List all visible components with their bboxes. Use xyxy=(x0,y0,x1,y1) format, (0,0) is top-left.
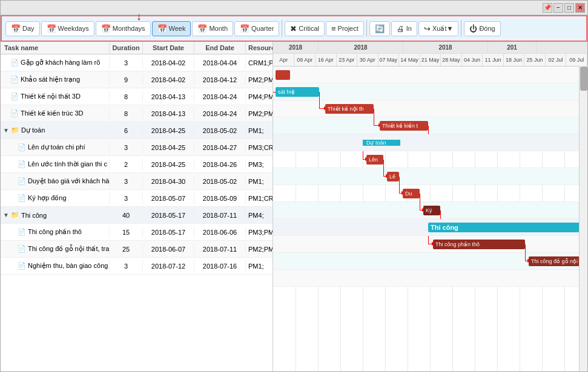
maximize-button[interactable]: □ xyxy=(564,3,574,13)
minimize-button[interactable]: − xyxy=(553,3,563,13)
doc-icon: 📄 xyxy=(10,93,19,100)
table-row: ▼📁Thi công 40 2018-05-17 2018-07-11 PM4; xyxy=(1,207,273,224)
task-name-cell: 📄Gặp gỡ khách hàng làm rõ xyxy=(1,57,110,68)
gantt-bar[interactable]: sát hiệ xyxy=(276,87,319,97)
task-name-cell: 📄Thiết kế kiến trúc 3D xyxy=(1,108,110,119)
week-cell: 04 Jun xyxy=(462,54,483,66)
task-name-cell: 📄Ký hợp đồng xyxy=(1,192,110,204)
task-name-cell: 📄Duyệt báo giá với khách hà xyxy=(1,175,110,187)
gantt-row: ▶ Thi công đồ gỗ nội thất, trang trí nội… xyxy=(273,253,587,270)
connector-v xyxy=(525,253,526,261)
dur-cell: 8 xyxy=(110,91,143,102)
week-cell: 14 May xyxy=(399,54,420,66)
res-cell: PM3;CRM4 xyxy=(246,142,273,153)
gantt-bar-thi-cong[interactable]: Thi công xyxy=(428,223,587,232)
task-name-cell: 📄Thi công phần thô xyxy=(1,226,110,238)
task-name-cell: 📄Thi công đồ gỗ nội thất, tran xyxy=(1,243,110,255)
pin-button[interactable]: 📌 xyxy=(543,3,552,13)
refresh-button[interactable]: 🔄 xyxy=(369,21,390,36)
timeline-year-row: 2018 2018 2018 201 xyxy=(273,42,587,54)
task-name-cell: 📄Khảo sát hiện trạng xyxy=(1,74,110,85)
doc-icon: 📄 xyxy=(10,59,19,67)
week-cell: 28 May xyxy=(441,54,462,66)
dur-cell: 3 xyxy=(110,193,143,204)
end-cell: 2018-05-02 xyxy=(194,125,246,136)
connector-v xyxy=(420,202,420,210)
collapse-icon[interactable]: ▼ xyxy=(3,127,9,134)
gantt-bar[interactable]: Ký xyxy=(423,206,440,215)
doc-icon: 📄 xyxy=(18,160,26,168)
week-cell: 18 Jun xyxy=(504,54,525,66)
close-button[interactable]: ✕ xyxy=(575,3,585,13)
gantt-row: ▶ Du xyxy=(273,185,587,202)
project-icon: ≡ xyxy=(331,24,336,33)
scrollbar-thumb[interactable] xyxy=(580,67,587,91)
res-cell: PM4;PM2 xyxy=(246,91,273,102)
col-header-end: End Date xyxy=(194,42,246,54)
res-cell: PM2;PM4;PM xyxy=(246,244,273,255)
month-button[interactable]: 📅 Month xyxy=(192,21,233,36)
week-cell: 21 May xyxy=(420,54,441,66)
timeline-week-row: Apr 09 Apr 16 Apr 23 Apr 30 Apr 07 May 1… xyxy=(273,54,587,66)
end-cell: 2018-04-24 xyxy=(194,108,246,119)
quarter-button[interactable]: 📅 Quarter xyxy=(234,21,279,36)
dur-cell: 3 xyxy=(110,142,143,153)
gantt-bar-thi-cong-phan-tho[interactable]: Thi công phần thô xyxy=(433,240,525,249)
gantt-bar[interactable]: Lên xyxy=(366,155,383,165)
table-row: 📄Nghiệm thu, bàn giao công trì 3 2018-07… xyxy=(1,258,273,275)
print-icon: 🖨 xyxy=(397,24,405,33)
res-cell: PM1; xyxy=(246,261,273,272)
gantt-bar[interactable] xyxy=(276,70,290,80)
main-content: Task name Duration Start Date End Date R… xyxy=(1,42,587,371)
doc-icon: 📄 xyxy=(18,177,26,185)
export-button[interactable]: ↪ Xuất▼ xyxy=(418,21,458,36)
table-row: 📄Gặp gỡ khách hàng làm rõ 3 2018-04-02 2… xyxy=(1,54,273,71)
close-proj-button[interactable]: ⏻ Đóng xyxy=(464,21,500,36)
end-cell: 2018-04-04 xyxy=(194,57,246,68)
weekdays-button[interactable]: 📅 Weekdays xyxy=(41,21,94,36)
res-cell: PM1; xyxy=(246,125,273,136)
res-cell: PM2;PM3 xyxy=(246,74,273,85)
main-window: 📌 − □ ✕ ↓ 📅 Day 📅 Weekdays 📅 Monthdays 📅… xyxy=(0,0,588,372)
dur-cell: 3 xyxy=(110,57,143,68)
col-header-resource: Resource xyxy=(246,42,273,54)
week-cell: 07 May xyxy=(378,54,400,66)
calendar-icon4: 📅 xyxy=(157,24,167,33)
connector-v xyxy=(319,100,320,109)
monthdays-button[interactable]: 📅 Monthdays xyxy=(96,21,151,36)
gantt-bar[interactable]: Du xyxy=(403,189,420,198)
week-button[interactable]: 📅 Week xyxy=(152,21,191,36)
vertical-scrollbar[interactable] xyxy=(579,66,587,371)
year-cell: 201 xyxy=(488,42,537,53)
sep2 xyxy=(366,20,367,37)
table-row: ▼📁Dự toán 6 2018-04-25 2018-05-02 PM1; xyxy=(1,122,273,139)
gantt-bar-group[interactable]: Dự toán xyxy=(363,140,400,146)
critical-button[interactable]: ✖ Critical xyxy=(285,21,325,36)
table-row: 📄Khảo sát hiện trạng 9 2018-04-02 2018-0… xyxy=(1,71,273,88)
project-button[interactable]: ≡ Project xyxy=(326,21,364,36)
collapse-icon2[interactable]: ▼ xyxy=(3,212,9,218)
start-cell: 2018-06-07 xyxy=(143,244,194,255)
gantt-row: Thi công xyxy=(273,219,587,236)
gantt-bar[interactable]: Thiết kế nội th xyxy=(325,104,374,114)
doc-icon: 📄 xyxy=(18,245,26,253)
task-name-cell: ▼📁Thi công xyxy=(1,209,110,221)
print-button[interactable]: 🖨 In xyxy=(391,21,417,36)
start-cell: 2018-04-02 xyxy=(143,74,194,85)
table-row: 📄Thi công đồ gỗ nội thất, tran 25 2018-0… xyxy=(1,241,273,258)
task-name-cell: 📄Lên ước tính thời gian thi c xyxy=(1,158,110,170)
table-row: 📄Thi công phần thô 15 2018-05-17 2018-06… xyxy=(1,224,273,241)
start-cell: 2018-04-25 xyxy=(143,125,194,136)
day-button[interactable]: 📅 Day xyxy=(5,21,40,36)
task-list-panel: Task name Duration Start Date End Date R… xyxy=(1,42,273,371)
end-cell: 2018-04-12 xyxy=(194,74,246,85)
task-name-cell: 📄Thiết kế nội thất 3D xyxy=(1,91,110,102)
column-headers: Task name Duration Start Date End Date R… xyxy=(1,42,273,54)
gantt-bar[interactable]: Lê xyxy=(387,172,399,181)
calendar-icon2: 📅 xyxy=(47,24,56,33)
gantt-bar[interactable]: Thiết kế kiến t xyxy=(380,121,428,131)
gantt-row: ▶ Thiết kế kiến t xyxy=(273,117,587,134)
start-cell: 2018-05-17 xyxy=(143,227,194,238)
doc-icon: 📄 xyxy=(10,109,19,117)
doc-icon: 📄 xyxy=(18,194,26,202)
